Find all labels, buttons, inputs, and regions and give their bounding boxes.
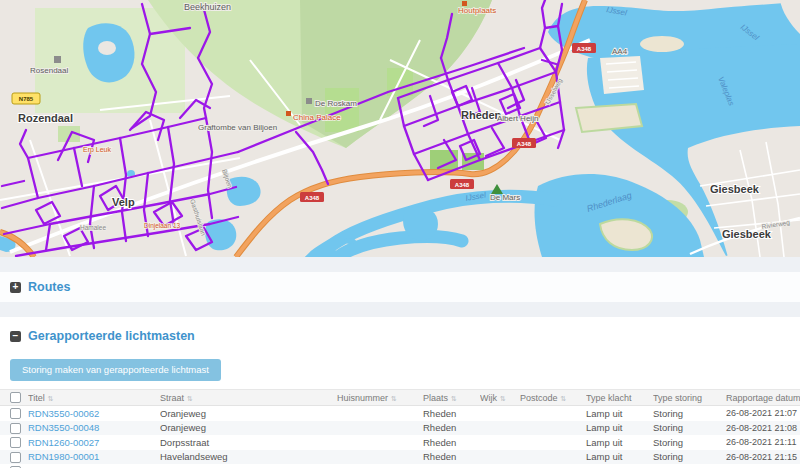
- reported-collapse-icon[interactable]: −: [10, 331, 21, 342]
- badge-a348-4: A348: [577, 46, 592, 52]
- col-postcode[interactable]: Postcode⇅: [520, 393, 586, 403]
- label-hamalee: Hamalee: [80, 224, 106, 231]
- cell-rapportage-datum: 26-08-2021 21:07: [726, 408, 800, 418]
- label-graftombe: Graftombe van Biljoen: [198, 123, 277, 132]
- cell-rapportage-datum: 26-08-2021 21:15: [726, 452, 800, 462]
- label-velp: Velp: [112, 196, 135, 208]
- label-erp-leuk: Erp Leuk: [83, 146, 112, 154]
- cell-rapportage-datum: 26-08-2021 21:11: [726, 437, 800, 447]
- table-header: Titel⇅ Straat⇅ Huisnummer⇅ Plaats⇅ Wijk⇅…: [0, 389, 800, 406]
- cell-straat: Havelandseweg: [160, 451, 337, 462]
- col-wijk[interactable]: Wijk⇅: [480, 393, 520, 403]
- reported-lights-section: − Gerapporteerde lichtmasten Storing mak…: [0, 317, 800, 468]
- cell-type-storing: Storing: [653, 422, 726, 433]
- restaurant-icon: [286, 111, 291, 116]
- cell-type-klacht: Lamp uit: [586, 408, 653, 419]
- label-china-palace: China Palace: [293, 113, 341, 122]
- cell-plaats: Rheden: [423, 408, 480, 419]
- label-rozendaal: Rozendaal: [18, 112, 73, 124]
- table-row[interactable]: RDN1980-00001 Havelandseweg Rheden Lamp …: [0, 450, 800, 465]
- cell-type-klacht: Lamp uit: [586, 422, 653, 433]
- cell-plaats: Rheden: [423, 437, 480, 448]
- label-houtplaats: Houtplaats: [458, 6, 496, 15]
- map-canvas: N785 A348 A348 A348 A348 Rozendaal Velp …: [0, 0, 800, 257]
- label-albert-heijn: Albert Heijn: [497, 114, 538, 123]
- sort-icon: ⇅: [391, 395, 397, 402]
- cell-type-storing: Storing: [653, 408, 726, 419]
- col-type-storing[interactable]: Type storing: [653, 393, 726, 403]
- badge-a348-3: A348: [517, 141, 532, 147]
- cell-straat: Dorpsstraat: [160, 437, 337, 448]
- label-de-roskam: De Roskam: [315, 99, 357, 108]
- titel-link[interactable]: RDN3550-00048: [28, 422, 160, 433]
- label-giesbeek-1: Giesbeek: [710, 183, 760, 195]
- label-dinjelaan: Dinjelaan 13: [144, 222, 181, 230]
- cell-straat: Oranjeweg: [160, 408, 337, 419]
- row-checkbox[interactable]: [10, 437, 21, 448]
- cell-plaats: Rheden: [423, 422, 480, 433]
- sort-icon: ⇅: [451, 395, 457, 402]
- routes-expand-icon[interactable]: +: [10, 282, 21, 293]
- cell-type-storing: Storing: [653, 451, 726, 462]
- col-straat[interactable]: Straat⇅: [160, 393, 337, 403]
- label-giesbeek-2: Giesbeek: [722, 228, 772, 240]
- col-titel[interactable]: Titel⇅: [28, 393, 160, 403]
- cell-type-klacht: Lamp uit: [586, 437, 653, 448]
- label-rosendaal: Rosendaal: [30, 66, 68, 75]
- sort-icon: ⇅: [561, 395, 567, 402]
- lodging-icon: [306, 98, 312, 104]
- row-checkbox[interactable]: [10, 423, 21, 434]
- sort-icon: ⇅: [500, 395, 506, 402]
- cell-plaats: Rheden: [423, 451, 480, 462]
- label-beekhuizen: Beekhuizen: [184, 2, 231, 12]
- cell-type-klacht: Lamp uit: [586, 451, 653, 462]
- label-de-mars: De Mars: [490, 193, 520, 202]
- badge-n785: N785: [19, 96, 34, 102]
- label-aa4: AA4: [612, 47, 628, 56]
- castle-icon: [54, 56, 61, 63]
- reported-section-title[interactable]: Gerapporteerde lichtmasten: [28, 329, 195, 343]
- col-type-klacht[interactable]: Type klacht: [586, 393, 653, 403]
- label-rheden: Rheden: [461, 109, 502, 121]
- select-all-checkbox[interactable]: [10, 392, 21, 403]
- table-row[interactable]: RDN1260-00027 Dorpsstraat Rheden Lamp ui…: [0, 435, 800, 450]
- sort-icon: ⇅: [187, 395, 193, 402]
- col-huisnummer[interactable]: Huisnummer⇅: [337, 393, 423, 403]
- titel-link[interactable]: RDN3550-00062: [28, 408, 160, 419]
- cell-straat: Oranjeweg: [160, 422, 337, 433]
- cell-type-storing: Storing: [653, 437, 726, 448]
- titel-link[interactable]: RDN1260-00027: [28, 437, 160, 448]
- create-storing-button[interactable]: Storing maken van gerapporteerde lichtma…: [10, 359, 221, 381]
- titel-link[interactable]: RDN1980-00001: [28, 451, 160, 462]
- cell-rapportage-datum: 26-08-2021 21:08: [726, 423, 800, 433]
- content-gap-2: [0, 302, 800, 317]
- map[interactable]: N785 A348 A348 A348 A348 Rozendaal Velp …: [0, 0, 800, 257]
- table-row[interactable]: RDN3550-00062 Oranjeweg Rheden Lamp uit …: [0, 406, 800, 421]
- routes-section: + Routes: [0, 272, 800, 302]
- table-row[interactable]: RDN1980-00005 Havelandseweg Rheden Lamp …: [0, 464, 800, 468]
- row-checkbox[interactable]: [10, 452, 21, 463]
- col-rapportage-datum[interactable]: Rapportage datum: [726, 393, 800, 403]
- col-plaats[interactable]: Plaats⇅: [423, 393, 480, 403]
- content-gap-1: [0, 257, 800, 272]
- table-row[interactable]: RDN3550-00048 Oranjeweg Rheden Lamp uit …: [0, 421, 800, 436]
- routes-section-title[interactable]: Routes: [28, 280, 70, 294]
- sort-icon: ⇅: [48, 395, 54, 402]
- row-checkbox[interactable]: [10, 408, 21, 419]
- badge-a348-1: A348: [305, 195, 320, 201]
- badge-a348-2: A348: [455, 182, 470, 188]
